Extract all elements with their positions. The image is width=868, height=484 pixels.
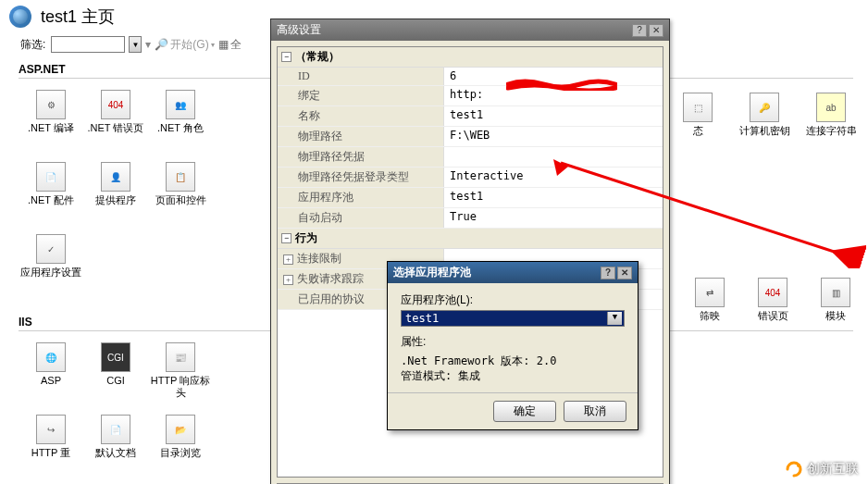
roles-icon: 👥	[166, 90, 195, 119]
page-title: test1 主页	[41, 6, 115, 28]
cancel-button[interactable]: 取消	[564, 401, 626, 422]
select-app-pool-titlebar[interactable]: 选择应用程序池 ? ✕	[388, 262, 638, 283]
default-doc-icon: 📄	[101, 415, 130, 444]
app-pool-label: 应用程序池(L):	[401, 292, 625, 308]
error-404-icon: 404	[758, 278, 787, 307]
prop-row-binding[interactable]: 绑定http:	[278, 86, 663, 106]
feature-net-config[interactable]: 📄.NET 配件	[19, 162, 83, 230]
feature-net-compile[interactable]: ⚙.NET 编译	[19, 90, 83, 158]
feature-dir-browse[interactable]: 📂目录浏览	[148, 415, 213, 483]
right-icon-strip-1: ⬚态 🔑计算机密钥 ab连接字符串	[670, 93, 859, 165]
feature-http-headers[interactable]: 📰HTTP 响应标头	[148, 342, 213, 411]
prop-row-id[interactable]: ID6	[278, 68, 663, 86]
app-pool-info: .Net Framework 版本: 2.0 管道模式: 集成	[401, 354, 625, 383]
separator: ▾	[145, 38, 151, 51]
filter-dropdown-button[interactable]: ▼	[129, 36, 142, 53]
feature-machine-key[interactable]: 🔑计算机密钥	[737, 93, 792, 161]
prop-row-physical-path[interactable]: 物理路径F:\WEB	[278, 127, 663, 147]
expand-icon[interactable]: +	[283, 275, 293, 285]
app-pool-select[interactable]: test1 ▼	[401, 310, 625, 327]
http-headers-icon: 📰	[166, 342, 195, 372]
iis-icon-grid: 🌐ASP CGICGI 📰HTTP 响应标头 ↪HTTP 重 📄默认文档 📂目录…	[0, 335, 278, 484]
feature-app-settings[interactable]: ✓应用程序设置	[19, 234, 83, 303]
show-all-button[interactable]: ▦ 全	[218, 37, 242, 53]
prop-row-phys-cred[interactable]: 物理路径凭据	[278, 147, 663, 168]
close-button[interactable]: ✕	[617, 267, 632, 279]
close-button[interactable]: ✕	[649, 24, 663, 37]
right-icon-strip-2: ⇄筛映 404错误页 ▥模块	[687, 278, 859, 350]
prop-row-phys-logon[interactable]: 物理路径凭据登录类型Interactive	[278, 168, 663, 188]
feature-asp[interactable]: 🌐ASP	[19, 342, 83, 411]
category-behavior[interactable]: −行为	[278, 229, 663, 249]
filter-input[interactable]	[51, 36, 125, 53]
dropdown-button[interactable]: ▼	[607, 312, 622, 325]
dialog-button-row: 确定 取消	[388, 392, 638, 429]
net-framework-version: .Net Framework 版本: 2.0	[401, 354, 625, 368]
svg-point-1	[797, 464, 800, 467]
feature-error-pages[interactable]: 404错误页	[750, 278, 796, 346]
config-icon: 📄	[36, 162, 66, 192]
app-settings-icon: ✓	[36, 234, 66, 264]
collapse-icon[interactable]: −	[281, 52, 291, 62]
providers-icon: 👤	[101, 162, 130, 192]
feature-http-redirect[interactable]: ↪HTTP 重	[19, 415, 83, 483]
feature-mapping[interactable]: ⇄筛映	[687, 278, 733, 346]
feature-state[interactable]: ⬚态	[670, 93, 725, 161]
feature-cgi[interactable]: CGICGI	[83, 342, 148, 411]
asp-icon: 🌐	[36, 342, 66, 372]
http-redirect-icon: ↪	[36, 415, 66, 444]
site-globe-icon	[9, 6, 31, 28]
feature-default-doc[interactable]: 📄默认文档	[83, 415, 148, 483]
aspnet-icon-grid: ⚙.NET 编译 404.NET 错误页 👥.NET 角色 📄.NET 配件 👤…	[0, 82, 278, 306]
modules-icon: ▥	[821, 278, 850, 307]
category-general[interactable]: −（常规）	[278, 47, 663, 68]
feature-conn-string[interactable]: ab连接字符串	[803, 93, 859, 161]
feature-net-errorpages[interactable]: 404.NET 错误页	[83, 90, 148, 158]
prop-row-autostart[interactable]: 自动启动True	[278, 208, 663, 229]
collapse-icon[interactable]: −	[281, 233, 291, 243]
ok-button[interactable]: 确定	[493, 401, 556, 422]
mapping-icon: ⇄	[695, 278, 725, 307]
feature-pages-controls[interactable]: 📋页面和控件	[148, 162, 213, 230]
cgi-icon: CGI	[101, 342, 130, 372]
dialog-title: 高级设置	[277, 22, 630, 38]
feature-net-roles[interactable]: 👥.NET 角色	[148, 90, 213, 158]
dialog-body: 应用程序池(L): test1 ▼ 属性: .Net Framework 版本:…	[388, 283, 638, 392]
pages-icon: 📋	[166, 162, 195, 192]
pipeline-mode: 管道模式: 集成	[401, 368, 625, 383]
filter-label: 筛选:	[20, 37, 45, 53]
dialog-title: 选择应用程序池	[393, 265, 599, 280]
machine-key-icon: 🔑	[750, 93, 779, 122]
chevron-down-icon: ▾	[211, 41, 215, 49]
expand-icon[interactable]: +	[283, 254, 293, 265]
prop-row-app-pool[interactable]: 应用程序池test1	[278, 188, 663, 208]
compile-icon: ⚙	[36, 90, 66, 119]
watermark-text: 创新互联	[807, 461, 859, 478]
dir-browse-icon: 📂	[166, 415, 195, 444]
help-button[interactable]: ?	[601, 267, 615, 279]
state-icon: ⬚	[683, 93, 713, 122]
go-icon: 🔎	[155, 38, 168, 51]
watermark: 创新互联	[785, 460, 859, 478]
properties-label: 属性:	[401, 334, 625, 350]
advanced-settings-titlebar[interactable]: 高级设置 ? ✕	[271, 19, 669, 41]
app-pool-selected-value: test1	[403, 312, 607, 325]
watermark-logo-icon	[785, 460, 803, 478]
start-button[interactable]: 🔎 开始(G) ▾	[155, 37, 214, 53]
conn-string-icon: ab	[816, 93, 846, 122]
help-button[interactable]: ?	[632, 24, 647, 37]
grid-icon: ▦	[218, 38, 229, 51]
feature-providers[interactable]: 👤提供程序	[83, 162, 148, 230]
prop-row-name[interactable]: 名称test1	[278, 106, 663, 127]
feature-modules[interactable]: ▥模块	[812, 278, 859, 346]
select-app-pool-dialog: 选择应用程序池 ? ✕ 应用程序池(L): test1 ▼ 属性: .Net F…	[387, 261, 639, 430]
error-404-icon: 404	[101, 90, 130, 119]
